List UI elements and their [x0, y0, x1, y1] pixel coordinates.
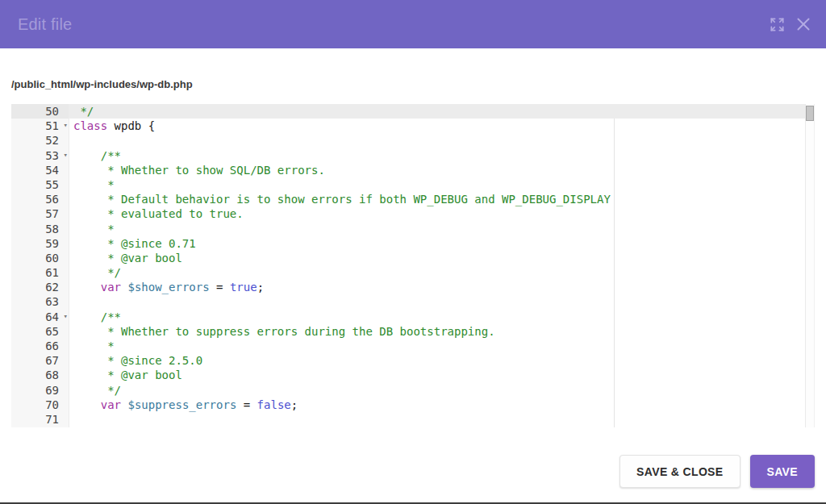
code-line[interactable]: var $show_errors = true; — [69, 280, 815, 294]
line-number[interactable]: 53▾ — [11, 148, 69, 163]
save-and-close-button[interactable]: SAVE & CLOSE — [620, 455, 740, 488]
line-number[interactable]: 59 — [11, 236, 69, 251]
line-number[interactable]: 70 — [11, 398, 69, 412]
line-number[interactable]: 69 — [11, 383, 69, 398]
line-number[interactable]: 60 — [11, 251, 69, 265]
scrollbar-thumb[interactable] — [806, 106, 814, 121]
code-lines[interactable]: */class wpdb { /** * Whether to show SQL… — [69, 104, 815, 427]
code-line[interactable]: /** — [69, 310, 815, 324]
code-line[interactable]: /** — [69, 148, 815, 163]
code-line[interactable]: * @var bool — [69, 251, 815, 265]
code-line[interactable] — [69, 294, 815, 309]
close-icon — [795, 15, 812, 33]
code-line[interactable]: * — [69, 177, 815, 192]
fullscreen-button[interactable] — [768, 15, 786, 33]
code-line[interactable]: * @since 0.71 — [69, 236, 815, 251]
file-path: /public_html/wp-includes/wp-db.php — [11, 78, 826, 90]
close-button[interactable] — [795, 15, 812, 33]
gutter: 5051▾5253▾5455565758596061626364▾6566676… — [11, 104, 69, 427]
line-number[interactable]: 56 — [11, 192, 69, 206]
code-line[interactable]: * Whether to show SQL/DB errors. — [69, 163, 815, 177]
code-line[interactable]: */ — [69, 383, 815, 398]
code-line[interactable]: * @since 2.5.0 — [69, 353, 815, 368]
expand-icon — [769, 16, 786, 33]
line-number[interactable]: 68 — [11, 368, 69, 382]
line-number[interactable]: 64▾ — [11, 310, 69, 324]
line-number[interactable]: 55 — [11, 177, 69, 192]
line-number[interactable]: 61 — [11, 265, 69, 280]
code-line[interactable] — [69, 412, 815, 427]
fold-arrow-icon[interactable]: ▾ — [64, 309, 68, 323]
code-line[interactable]: var $suppress_errors = false; — [69, 398, 815, 412]
code-editor[interactable]: 5051▾5253▾5455565758596061626364▾6566676… — [11, 104, 815, 427]
line-number[interactable]: 65 — [11, 324, 69, 339]
line-number[interactable]: 54 — [11, 163, 69, 177]
fold-arrow-icon[interactable]: ▾ — [64, 118, 68, 132]
line-number[interactable]: 58 — [11, 222, 69, 236]
code-line[interactable] — [69, 133, 815, 148]
code-line[interactable]: * — [69, 339, 815, 353]
code-line[interactable]: */ — [69, 265, 815, 280]
fold-arrow-icon[interactable]: ▾ — [64, 148, 68, 162]
editor-scrollbar[interactable] — [805, 104, 815, 427]
line-number[interactable]: 63 — [11, 294, 69, 309]
line-number[interactable]: 50 — [11, 104, 69, 119]
edit-file-modal: Edit file /public_html/wp-includes/wp-db… — [0, 0, 826, 504]
code-line[interactable]: * evaluated to true. — [69, 206, 815, 221]
code-line[interactable]: * Whether to suppress errors during the … — [69, 324, 815, 339]
line-number[interactable]: 57 — [11, 206, 69, 221]
modal-title: Edit file — [18, 15, 759, 34]
line-number[interactable]: 66 — [11, 339, 69, 353]
line-number[interactable]: 51▾ — [11, 119, 69, 133]
modal-header: Edit file — [0, 0, 826, 48]
line-number[interactable]: 71 — [11, 412, 69, 427]
code-line[interactable]: */ — [69, 104, 815, 119]
line-number[interactable]: 67 — [11, 353, 69, 368]
code-line[interactable]: * @var bool — [69, 368, 815, 382]
footer: SAVE & CLOSE SAVE — [620, 455, 815, 488]
code-line[interactable]: * — [69, 222, 815, 236]
code-line[interactable]: * Default behavior is to show errors if … — [69, 192, 815, 206]
line-number[interactable]: 52 — [11, 133, 69, 148]
code-line[interactable]: class wpdb { — [69, 119, 815, 133]
save-button[interactable]: SAVE — [750, 455, 816, 488]
line-number[interactable]: 62 — [11, 280, 69, 294]
